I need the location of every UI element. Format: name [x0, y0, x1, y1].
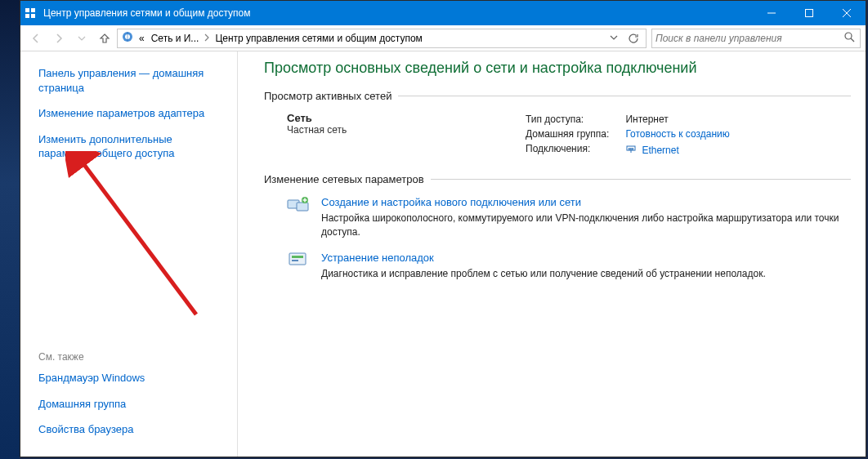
svg-rect-0 — [25, 8, 29, 12]
recent-dropdown[interactable] — [71, 28, 92, 49]
network-name: Сеть — [287, 112, 526, 124]
network-row: Сеть Частная сеть Тип доступа: Интернет … — [264, 112, 851, 158]
up-button[interactable] — [94, 28, 115, 49]
new-connection-icon — [287, 195, 310, 215]
svg-rect-3 — [31, 14, 35, 18]
task-troubleshoot: Устранение неполадок Диагностика и испра… — [264, 251, 851, 281]
see-also-browser-properties[interactable]: Свойства браузера — [38, 422, 226, 437]
connections-label: Подключения: — [526, 141, 625, 158]
svg-line-12 — [851, 38, 854, 42]
svg-rect-25 — [292, 260, 298, 261]
refresh-button[interactable] — [624, 33, 642, 44]
svg-rect-5 — [806, 10, 813, 17]
sidebar-home-link[interactable]: Панель управления — домашняя страница — [38, 66, 226, 95]
address-toolbar: « Сеть и И... Центр управления сетями и … — [20, 25, 866, 51]
ethernet-icon — [625, 143, 637, 157]
change-settings-header: Изменение сетевых параметров — [264, 173, 851, 185]
search-box[interactable] — [651, 29, 861, 48]
svg-rect-2 — [25, 14, 29, 18]
change-settings-label: Изменение сетевых параметров — [264, 173, 424, 185]
minimize-button[interactable] — [753, 1, 790, 25]
breadcrumb-2[interactable]: Центр управления сетями и общим доступом — [213, 33, 424, 44]
chevron-right-icon — [204, 33, 210, 44]
access-type-label: Тип доступа: — [526, 112, 625, 127]
svg-rect-1 — [31, 8, 35, 12]
window-title: Центр управления сетями и общим доступом — [40, 7, 753, 19]
close-button[interactable] — [828, 1, 866, 25]
connection-link[interactable]: Ethernet — [625, 143, 678, 157]
task-new-connection: Создание и настройка нового подключения … — [264, 195, 851, 239]
svg-rect-16 — [633, 148, 634, 150]
location-icon — [121, 30, 134, 46]
page-title: Просмотр основных сведений о сети и наст… — [264, 60, 851, 77]
svg-rect-15 — [631, 148, 633, 150]
homegroup-link[interactable]: Готовность к созданию — [625, 128, 729, 140]
back-button[interactable] — [25, 28, 47, 49]
sidebar-advanced-sharing[interactable]: Изменить дополнительные параметры общего… — [38, 132, 226, 161]
see-also-header: См. также — [38, 351, 226, 363]
network-identity: Сеть Частная сеть — [264, 112, 526, 136]
titlebar: Центр управления сетями и общим доступом — [20, 1, 866, 25]
svg-rect-23 — [289, 253, 306, 265]
divider — [431, 179, 851, 180]
breadcrumb-prefix: « — [137, 33, 146, 44]
sidebar-adapter-settings[interactable]: Изменение параметров адаптера — [38, 106, 226, 121]
see-also-firewall[interactable]: Брандмауэр Windows — [38, 371, 226, 385]
maximize-button[interactable] — [790, 1, 828, 25]
active-networks-header: Просмотр активных сетей — [264, 90, 851, 102]
troubleshoot-icon — [287, 251, 310, 270]
search-icon[interactable] — [843, 31, 857, 45]
access-type-value: Интернет — [625, 112, 745, 127]
divider — [398, 96, 851, 96]
forward-button[interactable] — [48, 28, 69, 49]
svg-rect-19 — [297, 203, 308, 211]
breadcrumb-1[interactable]: Сеть и И... — [150, 33, 201, 44]
svg-rect-10 — [127, 32, 128, 42]
active-networks-label: Просмотр активных сетей — [264, 90, 391, 102]
network-properties: Тип доступа: Интернет Домашняя группа: Г… — [526, 112, 851, 158]
breadcrumb-bar[interactable]: « Сеть и И... Центр управления сетями и … — [117, 29, 647, 48]
svg-rect-24 — [292, 256, 303, 258]
main-content: Просмотр основных сведений о сети и наст… — [238, 51, 866, 457]
svg-point-11 — [845, 33, 852, 39]
desktop-background — [0, 0, 20, 459]
search-input[interactable] — [655, 33, 843, 44]
control-panel-window: Центр управления сетями и общим доступом — [20, 0, 866, 457]
app-icon — [20, 7, 40, 19]
task-troubleshoot-desc: Диагностика и исправление проблем с сеть… — [321, 267, 851, 281]
svg-rect-14 — [629, 148, 630, 150]
window-body: Панель управления — домашняя страница Из… — [20, 51, 866, 457]
homegroup-label: Домашняя группа: — [526, 127, 625, 141]
connection-value: Ethernet — [642, 145, 678, 156]
task-new-connection-desc: Настройка широкополосного, коммутируемог… — [321, 212, 851, 239]
see-also-homegroup[interactable]: Домашняя группа — [38, 397, 226, 412]
sidebar: Панель управления — домашняя страница Из… — [20, 51, 238, 457]
network-category: Частная сеть — [287, 124, 526, 136]
task-troubleshoot-link[interactable]: Устранение неполадок — [321, 251, 851, 265]
task-new-connection-link[interactable]: Создание и настройка нового подключения … — [321, 195, 851, 210]
address-dropdown-button[interactable] — [606, 33, 621, 44]
